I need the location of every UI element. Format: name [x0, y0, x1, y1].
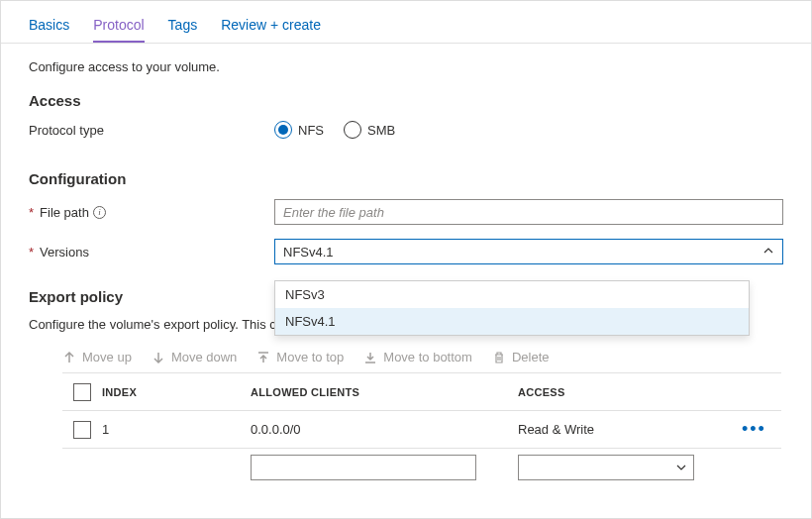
required-marker: * — [29, 245, 34, 260]
radio-smb-label: SMB — [367, 123, 395, 138]
table-row[interactable]: 1 0.0.0.0/0 Read & Write ••• — [62, 411, 781, 449]
versions-selected: NFSv4.1 — [283, 245, 334, 260]
intro-text: Configure access to your volume. — [29, 59, 783, 74]
trash-icon — [492, 351, 506, 364]
row-access: Read & Write — [518, 422, 742, 437]
radio-nfs-label: NFS — [298, 123, 324, 138]
arrow-top-icon — [256, 351, 270, 364]
protocol-radio-group: NFS SMB — [274, 121, 783, 139]
move-up-button[interactable]: Move up — [62, 350, 132, 364]
move-down-button[interactable]: Move down — [152, 350, 237, 364]
tab-review-create[interactable]: Review + create — [221, 13, 321, 43]
versions-label: Versions — [40, 245, 89, 260]
move-to-bottom-button[interactable]: Move to bottom — [363, 350, 472, 364]
filepath-input[interactable] — [274, 199, 783, 225]
arrow-up-icon — [62, 351, 76, 364]
select-all-checkbox[interactable] — [73, 383, 91, 401]
table-header: Index Allowed Clients Access — [62, 373, 781, 411]
radio-icon — [274, 121, 292, 139]
tab-protocol[interactable]: Protocol — [93, 13, 144, 43]
tab-basics[interactable]: Basics — [29, 13, 69, 43]
move-to-top-button[interactable]: Move to top — [256, 350, 344, 364]
row-allowed-clients: 0.0.0.0/0 — [251, 422, 518, 437]
row-checkbox[interactable] — [73, 421, 91, 439]
radio-icon — [344, 121, 361, 139]
col-allowed-clients[interactable]: Allowed Clients — [251, 386, 518, 398]
filepath-label: File path — [40, 205, 89, 220]
configuration-heading: Configuration — [29, 170, 783, 187]
arrow-bottom-icon — [363, 351, 377, 364]
row-more-button[interactable]: ••• — [742, 419, 781, 440]
required-marker: * — [29, 205, 34, 220]
export-policy-table: Index Allowed Clients Access 1 0.0.0.0/0… — [62, 372, 781, 449]
row-index: 1 — [102, 422, 251, 437]
info-icon[interactable]: i — [93, 206, 106, 219]
chevron-up-icon — [762, 245, 774, 260]
tab-tags[interactable]: Tags — [168, 13, 198, 43]
radio-nfs[interactable]: NFS — [274, 121, 324, 139]
delete-button[interactable]: Delete — [492, 350, 550, 364]
export-toolbar: Move up Move down Move to top Move to bo… — [29, 350, 783, 372]
tab-bar: Basics Protocol Tags Review + create — [1, 1, 811, 44]
col-access[interactable]: Access — [518, 386, 742, 398]
access-heading: Access — [29, 92, 783, 109]
version-option-nfsv41[interactable]: NFSv4.1 — [275, 308, 749, 335]
versions-dropdown[interactable]: NFSv4.1 — [274, 239, 783, 264]
chevron-down-icon — [675, 462, 687, 473]
protocol-type-label: Protocol type — [29, 123, 104, 138]
radio-smb[interactable]: SMB — [344, 121, 395, 139]
version-option-nfsv3[interactable]: NFSv3 — [275, 281, 749, 308]
filter-row — [62, 455, 783, 480]
col-index[interactable]: Index — [102, 386, 251, 398]
allowed-clients-filter-input[interactable] — [251, 455, 476, 480]
access-filter-dropdown[interactable] — [518, 455, 694, 480]
versions-dropdown-popup: NFSv3 NFSv4.1 — [274, 280, 750, 336]
arrow-down-icon — [152, 351, 165, 364]
